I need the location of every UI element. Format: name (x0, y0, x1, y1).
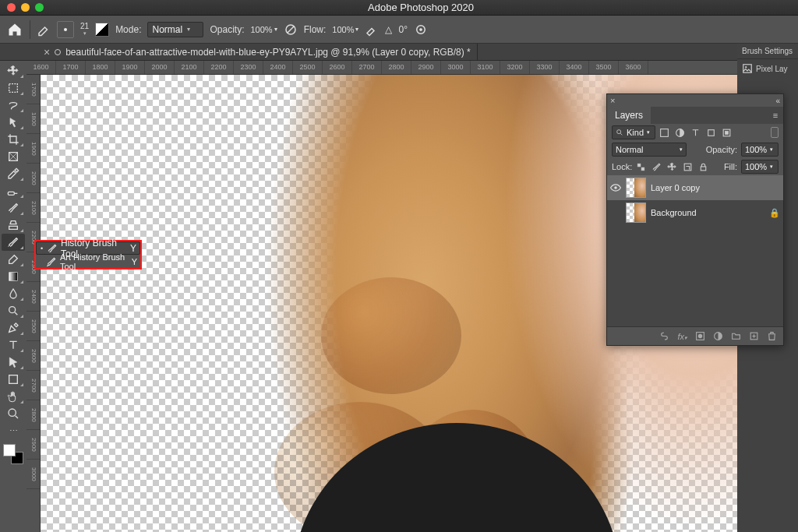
new-group-icon[interactable] (731, 331, 741, 341)
close-window-button[interactable] (7, 3, 16, 12)
panel-menu-icon[interactable]: ≡ (768, 107, 783, 124)
lasso-tool[interactable] (2, 97, 25, 114)
close-panel-icon[interactable]: × (610, 96, 615, 105)
flyout-shortcut: Y (130, 243, 136, 254)
frame-tool[interactable] (2, 148, 25, 165)
layer-name[interactable]: Background (651, 208, 764, 217)
clone-stamp-tool[interactable] (2, 217, 25, 234)
art-history-brush-icon (46, 256, 57, 267)
svg-rect-13 (661, 129, 669, 136)
filter-kind-select[interactable]: Kind▾ (612, 125, 655, 139)
gradient-tool[interactable] (2, 268, 25, 285)
add-mask-icon[interactable] (695, 331, 705, 341)
blur-tool[interactable] (2, 285, 25, 302)
shape-filter-icon[interactable] (706, 128, 716, 138)
pixel-filter-icon[interactable] (659, 128, 669, 138)
smart-filter-icon[interactable] (722, 128, 732, 138)
lock-position-icon[interactable] (667, 162, 677, 172)
maximize-window-button[interactable] (35, 3, 44, 12)
svg-point-2 (419, 28, 422, 30)
link-layers-icon[interactable] (659, 331, 669, 341)
dodge-tool[interactable] (2, 302, 25, 319)
panel-header[interactable]: × « (607, 94, 783, 107)
layer-thumbnail[interactable] (626, 178, 646, 198)
brush-preview[interactable] (57, 21, 74, 38)
brush-settings-tab[interactable]: Brush Settings (737, 44, 798, 59)
delete-layer-icon[interactable] (767, 331, 777, 341)
layers-tab[interactable]: Layers (607, 107, 651, 124)
blend-mode-select[interactable]: Normal▾ (147, 22, 203, 37)
adjustment-filter-icon[interactable] (675, 128, 685, 138)
lock-icon[interactable]: 🔒 (769, 208, 780, 218)
eraser-tool[interactable] (2, 251, 25, 268)
foreground-color-swatch[interactable] (3, 444, 16, 456)
healing-brush-tool[interactable] (2, 182, 25, 199)
filter-toggle[interactable] (771, 127, 779, 138)
layer-thumbnail[interactable] (626, 203, 646, 223)
path-select-tool[interactable] (2, 354, 25, 371)
ruler-tick: 2100 (175, 61, 204, 74)
layer-row[interactable]: Layer 0 copy (607, 175, 783, 200)
collapse-panel-icon[interactable]: « (775, 97, 780, 105)
layer-name[interactable]: Layer 0 copy (651, 183, 780, 192)
hand-tool[interactable] (2, 388, 25, 405)
layer-opacity-field[interactable]: 100%▾ (741, 143, 779, 157)
marquee-tool[interactable] (2, 79, 25, 97)
window-controls (0, 3, 44, 12)
document-tab[interactable]: × beautiful-face-of-an-attractive-model-… (37, 44, 478, 60)
app-title: Adobe Photoshop 2020 (44, 2, 798, 13)
eyedropper-tool[interactable] (2, 165, 25, 182)
type-tool[interactable] (2, 336, 25, 354)
edit-toolbar[interactable]: ⋯ (2, 422, 25, 439)
ruler-tick: 1800 (86, 61, 115, 74)
lock-transparency-icon[interactable] (636, 162, 646, 172)
opacity-pressure-icon[interactable] (284, 23, 298, 37)
angle-icon: △ (385, 24, 392, 35)
visibility-toggle[interactable] (610, 184, 621, 192)
horizontal-ruler[interactable]: 1600170018001900200021002200230024002500… (26, 61, 737, 75)
brush-size-value: 21 (80, 22, 89, 30)
lock-nested-icon[interactable] (683, 162, 693, 172)
fx-icon[interactable]: fx▾ (677, 332, 687, 341)
pixel-layer-item[interactable]: Pixel Lay (737, 59, 798, 78)
shape-tool[interactable] (2, 371, 25, 388)
type-filter-icon[interactable] (690, 128, 701, 138)
selected-dot-icon: • (40, 245, 44, 252)
pressure-size-icon[interactable] (414, 23, 428, 37)
angle-value[interactable]: 0° (398, 24, 407, 35)
brush-tool[interactable] (2, 199, 25, 217)
filter-type-icons (659, 128, 732, 138)
ruler-tick: 2200 (204, 61, 234, 74)
brush-size[interactable]: 21▾ (80, 22, 89, 37)
svg-point-12 (617, 130, 621, 134)
flyout-item-art-history-brush[interactable]: Art History Brush Tool Y (36, 255, 140, 268)
layer-blend-select[interactable]: Normal▾ (612, 143, 687, 157)
pen-tool[interactable] (2, 319, 25, 336)
lock-image-icon[interactable] (651, 162, 662, 172)
minimize-window-button[interactable] (21, 3, 30, 12)
ruler-tick: 1700 (26, 75, 41, 104)
adjustment-layer-icon[interactable] (713, 331, 723, 341)
tool-preset-icon[interactable] (37, 23, 51, 37)
layer-fill-field[interactable]: 100%▾ (741, 160, 779, 174)
quick-select-tool[interactable] (2, 114, 25, 131)
opacity-field[interactable]: 100%▾ (251, 25, 277, 34)
eye-icon (610, 184, 621, 192)
new-layer-icon[interactable] (749, 331, 759, 341)
zoom-tool[interactable] (2, 405, 25, 422)
crop-tool[interactable] (2, 131, 25, 148)
ruler-tick: 2800 (382, 61, 411, 74)
ruler-tick: 1600 (26, 61, 56, 74)
home-icon[interactable] (6, 22, 23, 37)
flow-field[interactable]: 100%▾ (332, 25, 358, 34)
history-brush-icon (47, 243, 58, 254)
layer-row[interactable]: Background 🔒 (607, 200, 783, 225)
color-swatches[interactable] (3, 444, 23, 464)
airbrush-icon[interactable] (365, 23, 379, 37)
close-tab-icon[interactable]: × (44, 46, 50, 58)
history-brush-tool[interactable] (2, 234, 25, 251)
brush-swatch[interactable] (95, 23, 109, 37)
vertical-ruler[interactable]: 1700180019002000210022002300240025002600… (26, 75, 41, 532)
move-tool[interactable] (2, 62, 25, 79)
lock-all-icon[interactable] (698, 162, 708, 172)
